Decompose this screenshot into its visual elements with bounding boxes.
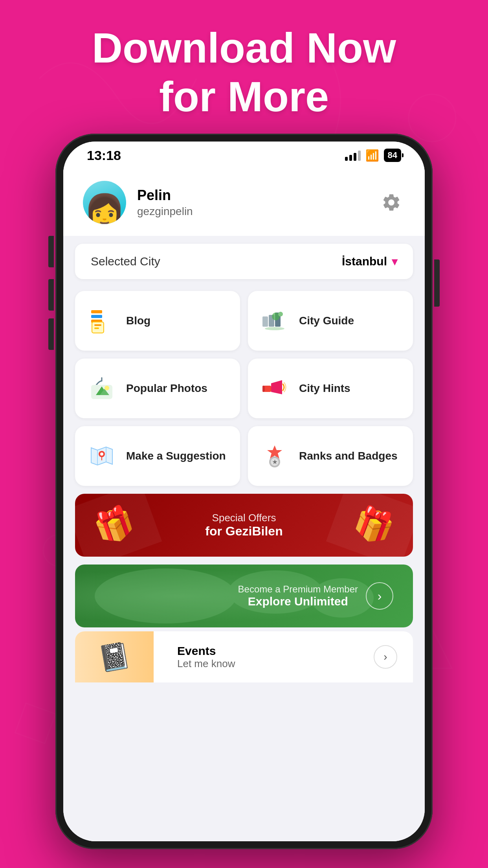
- events-banner[interactable]: 📓 Events Let me know ›: [75, 631, 413, 682]
- events-sub: Let me know: [177, 658, 235, 670]
- svg-point-12: [265, 327, 284, 330]
- premium-sub: Become a Premium Member: [238, 584, 358, 595]
- menu-label-make-suggestion: Make a Suggestion: [126, 449, 226, 463]
- status-time: 13:18: [87, 148, 121, 163]
- menu-grid: Blog: [63, 287, 425, 490]
- profile-name: Pelin: [137, 187, 193, 204]
- premium-member-banner[interactable]: Become a Premium Member Explore Unlimite…: [75, 565, 413, 627]
- premium-main: Explore Unlimited: [238, 595, 358, 608]
- menu-label-city-guide: City Guide: [299, 314, 354, 328]
- profile-info: Pelin gezginpelin: [137, 187, 193, 218]
- premium-text: Become a Premium Member Explore Unlimite…: [238, 584, 358, 608]
- phone-mockup: 13:18 📶 84 👩: [55, 134, 433, 849]
- city-hints-icon: [259, 373, 290, 404]
- screen-content: 👩 Pelin gezginpelin: [63, 169, 425, 841]
- events-section: 📓 Events Let me know ›: [63, 631, 425, 682]
- menu-label-ranks-badges: Ranks and Badges: [299, 449, 398, 463]
- menu-label-city-hints: City Hints: [299, 381, 350, 395]
- avatar: 👩: [83, 181, 126, 224]
- events-title: Events: [177, 644, 235, 658]
- city-guide-icon: [259, 305, 290, 337]
- wifi-icon: 📶: [365, 149, 379, 162]
- menu-item-city-hints[interactable]: City Hints: [248, 359, 413, 418]
- svg-point-18: [105, 386, 109, 390]
- special-offers-banner[interactable]: 🎁 Special Offers for GeziBilen 🎁: [75, 494, 413, 557]
- promo-section: 🎁 Special Offers for GeziBilen 🎁: [63, 490, 425, 631]
- avatar-emoji: 👩: [84, 195, 125, 224]
- profile-section: 👩 Pelin gezginpelin: [63, 169, 425, 236]
- svg-rect-11: [262, 316, 268, 327]
- profile-left: 👩 Pelin gezginpelin: [83, 181, 193, 224]
- status-icons: 📶 84: [345, 149, 401, 162]
- menu-item-city-guide[interactable]: City Guide: [248, 291, 413, 351]
- svg-rect-8: [94, 327, 99, 329]
- special-offers-main: for GeziBilen: [205, 524, 283, 539]
- menu-label-blog: Blog: [126, 314, 150, 328]
- events-background-decoration: 📓: [75, 631, 154, 682]
- profile-username: gezginpelin: [137, 205, 193, 218]
- city-selector[interactable]: Selected City İstanbul ▾: [75, 244, 413, 279]
- blog-icon: [86, 305, 117, 337]
- city-name: İstanbul: [342, 255, 387, 268]
- menu-item-make-suggestion[interactable]: Make a Suggestion: [75, 426, 240, 486]
- gift-left-decoration: 🎁: [75, 494, 162, 557]
- settings-button[interactable]: [378, 189, 405, 216]
- svg-rect-4: [91, 315, 102, 318]
- menu-item-popular-photos[interactable]: Popular Photos: [75, 359, 240, 418]
- svg-point-27: [95, 568, 236, 623]
- popular-photos-icon: [86, 373, 117, 404]
- svg-rect-1: [15, 703, 56, 744]
- events-arrow-button[interactable]: ›: [374, 645, 397, 669]
- gift-right-decoration: 🎁: [326, 494, 413, 557]
- events-text: Events Let me know: [177, 644, 235, 670]
- make-suggestion-icon: [86, 440, 117, 472]
- header-title: Download Now for More: [0, 24, 488, 121]
- svg-rect-3: [91, 310, 102, 313]
- menu-item-ranks-badges[interactable]: ★ Ranks and Badges: [248, 426, 413, 486]
- svg-text:★: ★: [272, 459, 277, 465]
- signal-icon: [345, 150, 361, 161]
- svg-rect-20: [262, 386, 265, 392]
- svg-rect-19: [264, 386, 271, 392]
- special-offers-text: Special Offers for GeziBilen: [205, 512, 283, 539]
- city-selector-value[interactable]: İstanbul ▾: [342, 255, 397, 268]
- premium-arrow-button[interactable]: ›: [366, 582, 393, 610]
- chevron-down-icon: ▾: [392, 255, 397, 268]
- svg-point-22: [100, 452, 103, 456]
- city-selector-label: Selected City: [91, 255, 160, 268]
- svg-rect-7: [94, 324, 101, 326]
- status-bar: 13:18 📶 84: [63, 142, 425, 169]
- special-offers-sub: Special Offers: [205, 512, 283, 524]
- menu-item-blog[interactable]: Blog: [75, 291, 240, 351]
- svg-point-14: [278, 312, 283, 316]
- battery-indicator: 84: [384, 149, 401, 162]
- ranks-badges-icon: ★: [259, 440, 290, 472]
- gear-icon: [381, 192, 402, 213]
- menu-label-popular-photos: Popular Photos: [126, 381, 207, 395]
